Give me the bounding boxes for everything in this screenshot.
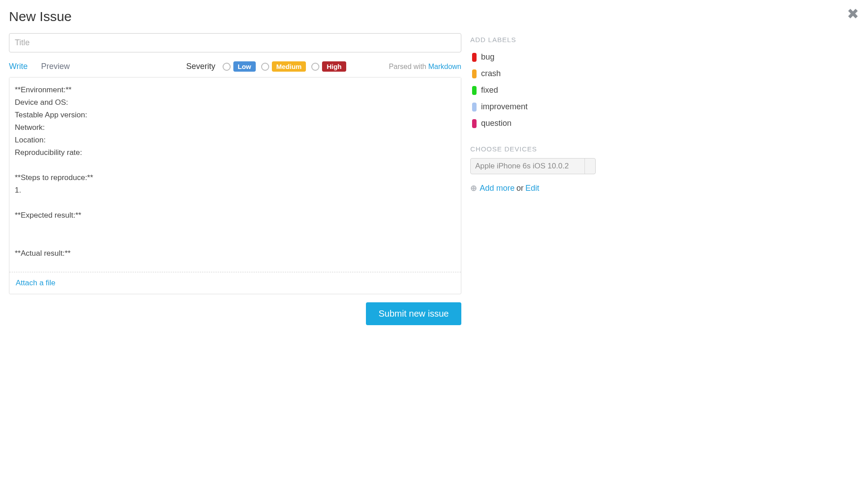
label-swatch: [472, 53, 477, 62]
severity-label: Severity: [186, 62, 215, 71]
devices-heading: CHOOSE DEVICES: [470, 145, 596, 153]
severity-medium-badge: Medium: [272, 61, 306, 72]
label-swatch: [472, 119, 477, 128]
label-swatch: [472, 69, 477, 78]
label-text: bug: [481, 52, 494, 62]
label-item-crash[interactable]: crash: [470, 65, 596, 82]
page-title: New Issue: [9, 9, 461, 24]
edit-link[interactable]: Edit: [525, 184, 539, 193]
severity-group: Severity Low Medium High: [186, 61, 346, 72]
description-textarea[interactable]: [9, 77, 461, 270]
add-more-link[interactable]: Add more: [480, 184, 515, 193]
attach-file-link[interactable]: Attach a file: [16, 279, 56, 287]
label-text: fixed: [481, 86, 498, 95]
editor-box: Attach a file: [9, 77, 461, 294]
device-actions: ⊕ Add more or Edit: [470, 183, 596, 193]
severity-low-radio[interactable]: [223, 63, 231, 71]
severity-high-badge: High: [322, 61, 346, 72]
device-select[interactable]: Apple iPhone 6s iOS 10.0.2: [470, 158, 596, 174]
label-swatch: [472, 86, 477, 95]
label-item-fixed[interactable]: fixed: [470, 82, 596, 99]
severity-low-badge: Low: [233, 61, 256, 72]
label-text: improvement: [481, 102, 528, 112]
submit-button[interactable]: Submit new issue: [366, 302, 461, 325]
tab-write[interactable]: Write: [9, 62, 28, 71]
title-input[interactable]: [9, 33, 461, 52]
plus-circle-icon: ⊕: [470, 183, 477, 193]
labels-list: bug crash fixed improvement question: [470, 49, 596, 132]
label-item-improvement[interactable]: improvement: [470, 99, 596, 115]
labels-heading: ADD LABELS: [470, 36, 596, 43]
markdown-link[interactable]: Markdown: [428, 63, 461, 70]
label-text: question: [481, 119, 511, 128]
severity-high-radio[interactable]: [311, 63, 319, 71]
label-text: crash: [481, 69, 501, 78]
severity-medium-radio[interactable]: [261, 63, 269, 71]
label-swatch: [472, 103, 477, 112]
label-item-question[interactable]: question: [470, 115, 596, 132]
close-icon[interactable]: ✖: [847, 7, 859, 21]
label-item-bug[interactable]: bug: [470, 49, 596, 65]
chevron-down-icon[interactable]: [584, 159, 595, 174]
parsed-prefix: Parsed with: [389, 63, 428, 70]
tab-preview[interactable]: Preview: [41, 62, 70, 71]
or-text: or: [516, 184, 524, 193]
device-selected-text: Apple iPhone 6s iOS 10.0.2: [471, 159, 584, 174]
editor-toolbar: Write Preview Severity Low Medium High: [9, 61, 461, 72]
parsed-note: Parsed with Markdown: [389, 63, 461, 71]
